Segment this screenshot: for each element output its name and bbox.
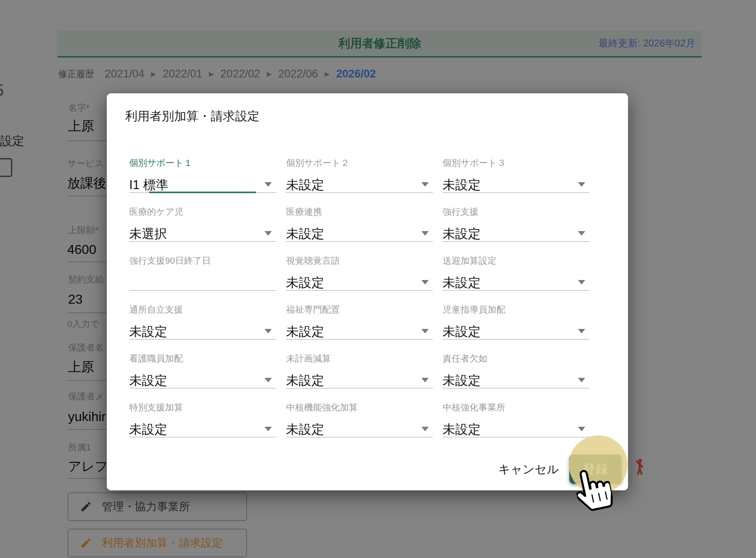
- select-value: I1 標準: [129, 176, 168, 194]
- select-value: 未設定: [129, 421, 167, 438]
- select-label: 児童指導員加配: [443, 304, 505, 316]
- chevron-down-icon: [578, 329, 585, 333]
- select-value: 未設定: [129, 372, 167, 389]
- select-value: 未設定: [286, 421, 324, 438]
- select-label: 看護職員加配: [129, 353, 183, 365]
- chevron-down-icon: [421, 280, 429, 285]
- modal-select-individual-support-2[interactable]: 個別サポート２ 未設定: [286, 157, 433, 196]
- field-underline: [129, 290, 276, 291]
- chevron-down-icon: [421, 427, 429, 431]
- modal-select-unplanned-reduction[interactable]: 未計画減算 未設定: [286, 353, 433, 392]
- select-value: 未設定: [443, 323, 480, 340]
- select-value: 未設定: [443, 274, 480, 291]
- select-label: 中核強化事業所: [443, 401, 505, 414]
- modal-select-commute-independence[interactable]: 通所自立支援 未設定: [129, 304, 276, 343]
- select-label: 個別サポート２: [286, 157, 350, 169]
- modal-select-transport-addition[interactable]: 送迎加算設定 未設定: [443, 255, 589, 294]
- field-underline: [443, 339, 589, 340]
- select-label: 特別支援加算: [129, 401, 183, 414]
- field-underline: [286, 437, 433, 437]
- chevron-down-icon: [264, 378, 272, 382]
- field-underline: [443, 241, 589, 242]
- select-label: 視覚聴覚言語: [286, 255, 340, 267]
- field-underline: [286, 241, 433, 242]
- modal-select-manager-absence[interactable]: 責任者欠如 未設定: [443, 353, 589, 392]
- select-value: 未設定: [129, 323, 167, 340]
- select-label: 福祉専門配置: [286, 304, 340, 316]
- modal-select-visual-hearing-language[interactable]: 視覚聴覚言語 未設定: [286, 255, 433, 294]
- select-label: 通所自立支援: [129, 304, 183, 316]
- modal-select-medical-care-child[interactable]: 医療的ケア児 未選択: [129, 206, 276, 245]
- chevron-down-icon: [578, 182, 585, 187]
- field-underline: [286, 388, 433, 388]
- field-underline: [286, 290, 433, 291]
- chevron-down-icon: [578, 231, 585, 236]
- select-label: 個別サポート３: [443, 157, 506, 169]
- modal-select-individual-support-1[interactable]: 個別サポート１ I1 標準: [129, 157, 276, 196]
- dialog-title: 利用者別加算・請求設定: [125, 108, 260, 125]
- field-underline: [443, 192, 589, 193]
- select-label: 責任者欠如: [443, 353, 487, 365]
- field-underline: [129, 388, 276, 388]
- select-value: 未設定: [286, 176, 324, 194]
- modal-select-welfare-specialist[interactable]: 福祉専門配置 未設定: [286, 304, 433, 343]
- chevron-down-icon: [264, 182, 272, 187]
- modal-select-core-function-strengthening[interactable]: 中核機能強化加算 未設定: [286, 401, 433, 441]
- select-value: 未選択: [129, 225, 167, 243]
- select-label: 医療的ケア児: [129, 206, 183, 218]
- modal-select-core-strengthening-office[interactable]: 中核強化事業所 未設定: [443, 401, 589, 441]
- select-label: 個別サポート１: [129, 157, 193, 169]
- field-underline: [443, 437, 589, 437]
- modal-select-medical-cooperation[interactable]: 医療連携 未設定: [286, 206, 433, 245]
- field-underline: [129, 241, 276, 242]
- modal-select-individual-support-3[interactable]: 個別サポート３ 未設定: [443, 157, 589, 196]
- chevron-down-icon: [421, 231, 429, 236]
- select-value: 未設定: [286, 274, 324, 291]
- select-value: 未設定: [443, 421, 480, 438]
- select-label: 強行支援: [443, 206, 478, 218]
- chevron-down-icon: [421, 378, 429, 382]
- field-underline: [286, 192, 433, 193]
- modal-select-intensive-support[interactable]: 強行支援 未設定: [443, 206, 589, 245]
- chevron-down-icon: [264, 427, 272, 431]
- field-underline: [129, 437, 276, 437]
- select-value: 未設定: [286, 372, 324, 389]
- select-label: 送迎加算設定: [443, 255, 496, 267]
- modal-select-nursing-staff[interactable]: 看護職員加配 未設定: [129, 353, 276, 392]
- field-underline: [129, 339, 276, 340]
- chevron-down-icon: [264, 329, 272, 333]
- select-value: 未設定: [443, 372, 480, 389]
- chevron-down-icon: [578, 378, 585, 382]
- per-user-addition-billing-dialog: 利用者別加算・請求設定 個別サポート１ I1 標準 個別サポート２ 未設定 個別…: [107, 93, 628, 490]
- modal-select-child-instructor[interactable]: 児童指導員加配 未設定: [443, 304, 589, 343]
- select-value: 未設定: [286, 225, 324, 243]
- chevron-down-icon: [578, 427, 585, 431]
- chevron-down-icon: [421, 329, 429, 333]
- chevron-down-icon: [578, 280, 585, 285]
- field-underline: [443, 290, 589, 291]
- field-underline-focused: [149, 192, 256, 193]
- select-label: 医療連携: [286, 206, 322, 218]
- modal-date-90day-end[interactable]: 強行支援90日終了日: [129, 255, 276, 294]
- modal-select-special-support[interactable]: 特別支援加算 未設定: [129, 401, 276, 441]
- select-value: 未設定: [443, 225, 480, 243]
- field-underline: [443, 388, 589, 388]
- select-label: 中核機能強化加算: [286, 401, 358, 414]
- chevron-down-icon: [421, 182, 429, 187]
- select-value: 未設定: [443, 176, 480, 194]
- select-label: 未計画減算: [286, 353, 331, 365]
- cancel-button[interactable]: キャンセル: [494, 459, 563, 479]
- field-underline: [286, 339, 433, 340]
- select-value: 未設定: [286, 323, 324, 340]
- date-label: 強行支援90日終了日: [129, 255, 211, 267]
- chevron-down-icon: [264, 231, 272, 236]
